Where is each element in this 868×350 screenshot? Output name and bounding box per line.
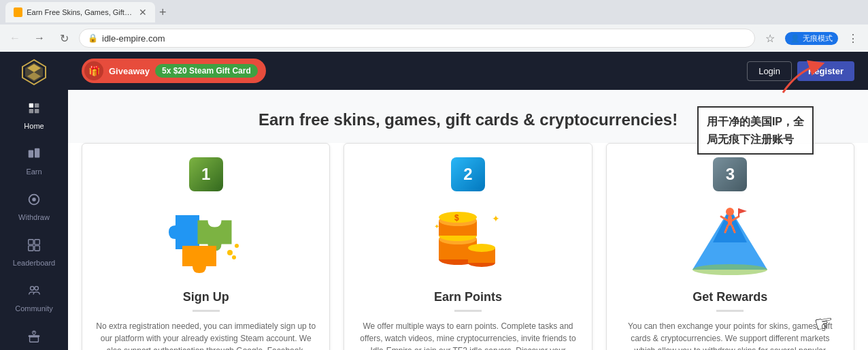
giveaway-promo-label: Giveaway xyxy=(109,66,150,76)
main-content: 🎁 Giveaway 5x $20 Steam Gift Card Login … xyxy=(68,52,868,350)
card-number-text-1: 1 xyxy=(201,165,210,184)
giveaway-promo-badge[interactable]: 🎁 Giveaway 5x $20 Steam Gift Card xyxy=(82,59,266,83)
earn-label: Earn xyxy=(26,168,41,176)
svg-rect-10 xyxy=(29,240,33,244)
withdraw-icon xyxy=(27,192,41,210)
earn-illustration: $ ✦ ✦ xyxy=(420,198,516,280)
back-button[interactable]: ← xyxy=(5,29,24,48)
svg-rect-2 xyxy=(29,104,33,108)
puzzle-svg xyxy=(162,202,250,276)
sidebar: Home Earn Withdraw xyxy=(0,52,68,350)
svg-point-14 xyxy=(31,287,35,291)
card-signup: 1 xyxy=(82,143,330,350)
card-number-text-3: 3 xyxy=(726,165,735,184)
user-mode-label: 无痕模式 xyxy=(803,33,833,44)
rewards-illustration xyxy=(682,198,778,280)
card-divider-1 xyxy=(193,310,220,312)
register-button[interactable]: Register xyxy=(797,61,854,81)
card-desc-3: You can then exchange your points for sk… xyxy=(620,320,840,350)
svg-point-15 xyxy=(35,287,38,291)
card-title-2: Earn Points xyxy=(358,290,578,304)
sidebar-item-community[interactable]: Community xyxy=(0,275,68,321)
community-label: Community xyxy=(15,304,53,313)
sidebar-item-giveaway[interactable]: Giveaway xyxy=(0,321,68,350)
lock-icon: 🔒 xyxy=(88,33,98,43)
svg-rect-4 xyxy=(29,109,33,113)
svg-point-40 xyxy=(692,264,767,275)
svg-rect-7 xyxy=(35,148,39,158)
svg-point-36 xyxy=(726,208,734,216)
signup-illustration xyxy=(158,198,254,280)
earn-icon xyxy=(27,146,41,165)
card-desc-1: No extra registration needed, you can im… xyxy=(96,320,316,350)
svg-point-31 xyxy=(468,244,495,252)
coins-svg: $ ✦ ✦ xyxy=(427,202,509,276)
tab-bar: Earn Free Skins, Games, Gift C... ✕ + xyxy=(0,0,868,25)
sidebar-item-earn[interactable]: Earn xyxy=(0,138,68,184)
card-divider-2 xyxy=(454,310,482,312)
forward-button[interactable]: → xyxy=(30,29,49,48)
card-title-1: Sign Up xyxy=(96,290,316,304)
sidebar-logo xyxy=(14,59,54,86)
user-mode-badge: 👤 无痕模式 xyxy=(785,32,838,45)
svg-text:✦: ✦ xyxy=(434,223,439,230)
tab-close-button[interactable]: ✕ xyxy=(139,7,147,18)
giveaway-icon xyxy=(27,329,41,347)
sidebar-item-home[interactable]: Home xyxy=(0,93,68,138)
page: Home Earn Withdraw xyxy=(0,52,868,350)
sidebar-item-withdraw[interactable]: Withdraw xyxy=(0,184,68,229)
login-button[interactable]: Login xyxy=(747,61,792,81)
user-avatar-icon: 👤 xyxy=(790,34,800,43)
svg-marker-39 xyxy=(739,208,747,214)
nav-right-controls: ☆ 👤 无痕模式 ⋮ xyxy=(761,29,863,48)
nav-bar: ← → ↻ 🔒 idle-empire.com ☆ 👤 无痕模式 ⋮ xyxy=(0,25,868,52)
tab-title: Earn Free Skins, Games, Gift C... xyxy=(27,8,132,16)
svg-rect-12 xyxy=(29,246,33,251)
logo-svg xyxy=(17,59,51,86)
svg-text:$: $ xyxy=(454,213,459,223)
home-icon xyxy=(27,101,41,119)
address-bar[interactable]: 🔒 idle-empire.com xyxy=(79,29,755,48)
cards-section: 1 xyxy=(68,143,868,350)
tab-favicon xyxy=(14,7,22,17)
withdraw-label: Withdraw xyxy=(18,213,50,221)
card-divider-3 xyxy=(716,310,744,312)
card-earn: 2 $ xyxy=(344,143,592,350)
card-number-1: 1 xyxy=(189,157,223,191)
giveaway-promo-icon: 🎁 xyxy=(84,61,103,80)
svg-rect-6 xyxy=(29,150,33,158)
annotation-overlay: 用干净的美国IP，全 局无痕下注册账号 xyxy=(697,106,814,155)
leaderboard-label: Leaderboard xyxy=(13,259,55,267)
url-text: idle-empire.com xyxy=(102,33,165,44)
svg-rect-13 xyxy=(35,246,39,251)
new-tab-button[interactable]: + xyxy=(159,5,167,20)
home-label: Home xyxy=(24,122,44,130)
card-rewards: 3 xyxy=(606,143,854,350)
mountain-svg xyxy=(686,202,774,276)
svg-point-9 xyxy=(32,197,36,202)
svg-rect-17 xyxy=(30,337,39,342)
card-title-3: Get Rewards xyxy=(620,290,840,304)
svg-rect-5 xyxy=(35,109,39,113)
card-number-text-2: 2 xyxy=(463,165,472,184)
card-number-3: 3 xyxy=(713,157,747,191)
svg-point-18 xyxy=(227,250,233,255)
annotation-line1: 用干净的美国IP，全 xyxy=(707,116,804,127)
svg-point-19 xyxy=(235,244,239,248)
header-bar: 🎁 Giveaway 5x $20 Steam Gift Card Login … xyxy=(68,52,868,90)
svg-rect-3 xyxy=(35,104,39,108)
leaderboard-icon xyxy=(27,238,41,256)
bookmark-button[interactable]: ☆ xyxy=(761,29,780,48)
svg-point-20 xyxy=(232,255,236,259)
card-desc-2: We offer multiple ways to earn points. C… xyxy=(358,320,578,350)
svg-rect-11 xyxy=(35,240,39,244)
sidebar-item-leaderboard[interactable]: Leaderboard xyxy=(0,229,68,275)
community-icon xyxy=(27,283,41,302)
active-tab[interactable]: Earn Free Skins, Games, Gift C... ✕ xyxy=(5,2,155,22)
giveaway-promo-detail: 5x $20 Steam Gift Card xyxy=(155,64,258,78)
card-number-2: 2 xyxy=(451,157,485,191)
settings-button[interactable]: ⋮ xyxy=(844,29,863,48)
header-auth-buttons: Login Register xyxy=(747,61,854,81)
reload-button[interactable]: ↻ xyxy=(54,29,73,48)
annotation-line2: 局无痕下注册账号 xyxy=(707,133,794,145)
